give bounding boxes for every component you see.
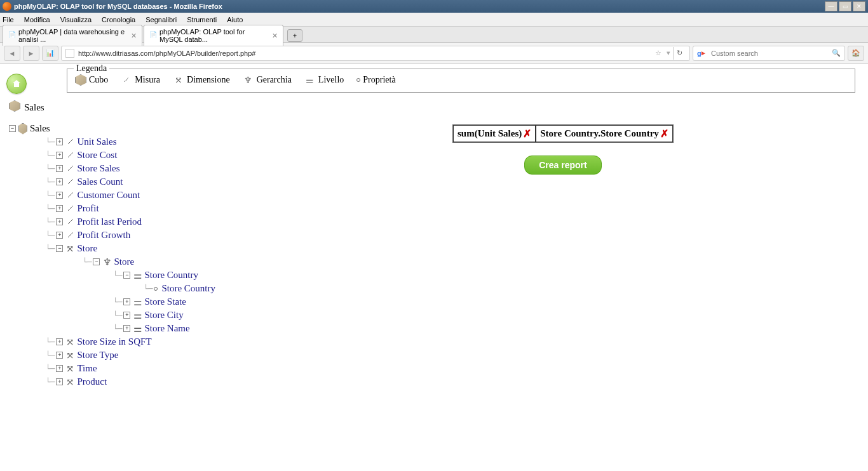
legend-box: Legenda Cubo ⟋Misura ⤧Dimensione ♆Gerarc… <box>67 69 855 93</box>
tab-label: phpMyOLAP: OLAP tool for MySQL datab... <box>159 28 268 43</box>
tree-measure[interactable]: └─+⟋Profit <box>9 202 862 215</box>
cube-name: Sales <box>24 102 44 113</box>
bookmark-star-icon[interactable]: ☆ <box>655 49 661 57</box>
url-bar[interactable]: http://www.ditriasas.com/phpMyOLAP/build… <box>61 46 690 61</box>
tree-measure[interactable]: └─+⟋Profit last Period <box>9 215 862 229</box>
cube-icon <box>18 124 27 133</box>
reload-button[interactable]: ↻ <box>673 47 686 60</box>
expand-icon[interactable]: + <box>123 325 130 332</box>
remove-chip-icon[interactable]: ✗ <box>523 128 531 140</box>
collapse-icon[interactable]: − <box>56 245 63 252</box>
selected-dimension-chip: Store Country.Store Country ✗ <box>536 125 673 142</box>
create-report-button[interactable]: Crea report <box>524 156 601 175</box>
tree-level[interactable]: └─+⚌Store Name <box>9 322 862 335</box>
minimize-button[interactable]: — <box>825 1 837 11</box>
cube-tree: − Sales └─+⟋Unit Sales └─+⟋Store Cost └─… <box>9 122 862 388</box>
property-icon <box>356 78 360 82</box>
expand-icon[interactable]: + <box>56 378 63 385</box>
window-title: phpMyOLAP: OLAP tool for MySQL databases… <box>14 3 825 10</box>
tab-close-icon[interactable]: ✕ <box>131 32 137 40</box>
dimension-icon: ⤧ <box>65 244 74 253</box>
tree-dimension[interactable]: └─+⤧Time <box>9 362 862 375</box>
maximize-button[interactable]: ▭ <box>839 1 851 11</box>
home-round-button[interactable] <box>6 74 27 94</box>
collapse-icon[interactable]: − <box>123 272 130 279</box>
expand-icon[interactable]: + <box>123 312 130 319</box>
menu-file[interactable]: File <box>3 16 14 23</box>
tree-level[interactable]: └─+⚌Store State <box>9 295 862 308</box>
selection-panel: sum(Unit Sales) ✗ Store Country.Store Co… <box>452 124 674 175</box>
tab-1[interactable]: 📄 phpMyOLAP | data warehousing e analisi… <box>3 25 142 46</box>
level-icon: ⚌ <box>133 298 142 307</box>
expand-icon[interactable]: + <box>56 232 63 239</box>
cube-icon <box>9 100 20 114</box>
expand-icon[interactable]: + <box>56 178 63 185</box>
tree-measure[interactable]: └─+⟋Unit Sales <box>9 135 862 149</box>
tree-measure[interactable]: └─+⟋Store Cost <box>9 149 862 162</box>
search-box[interactable]: g▸ 🔍 <box>693 46 845 61</box>
menu-bookmarks[interactable]: Segnalibri <box>146 16 177 23</box>
expand-icon[interactable]: + <box>56 205 63 212</box>
expand-icon[interactable]: + <box>56 138 63 145</box>
legend-dimension: ⤧Dimensione <box>173 74 230 86</box>
measure-icon: ⟋ <box>65 164 74 173</box>
site-favicon <box>65 49 74 58</box>
measure-icon: ⟋ <box>65 231 74 240</box>
dropdown-icon[interactable]: ▾ <box>667 49 670 57</box>
menu-help[interactable]: Aiuto <box>227 16 243 23</box>
tree-level[interactable]: └─−⚌Store Country <box>9 269 862 282</box>
level-icon: ⚌ <box>133 311 142 320</box>
close-button[interactable]: ✕ <box>853 1 865 11</box>
tab-favicon: 📄 <box>149 31 157 40</box>
tree-measure[interactable]: └─+⟋Profit Growth <box>9 229 862 242</box>
level-icon: ⚌ <box>133 271 142 280</box>
expand-icon[interactable]: + <box>56 152 63 159</box>
remove-chip-icon[interactable]: ✗ <box>660 128 668 140</box>
tree-measure[interactable]: └─+⟋Customer Count <box>9 189 862 202</box>
hierarchy-icon: ♆ <box>243 74 254 86</box>
tree-dimension[interactable]: └─+⤧Store Type <box>9 348 862 362</box>
history-button[interactable]: 📊 <box>42 46 58 61</box>
back-button[interactable]: ◄ <box>4 46 20 61</box>
tab-favicon: 📄 <box>8 31 16 40</box>
menu-tools[interactable]: Strumenti <box>187 16 217 23</box>
tree-measure[interactable]: └─+⟋Store Sales <box>9 162 862 175</box>
search-magnifier-icon[interactable]: 🔍 <box>832 49 841 57</box>
measure-icon: ⟋ <box>65 204 74 213</box>
tree-measure[interactable]: └─+⟋Sales Count <box>9 175 862 189</box>
expand-icon[interactable]: + <box>56 338 63 345</box>
collapse-icon[interactable]: − <box>93 258 100 265</box>
tree-dimension-store[interactable]: └─−⤧Store <box>9 242 862 255</box>
forward-button[interactable]: ► <box>23 46 39 61</box>
tab-close-icon[interactable]: ✕ <box>272 32 278 40</box>
expand-icon[interactable]: + <box>56 218 63 225</box>
tree-dimension[interactable]: └─+⤧Store Size in SQFT <box>9 335 862 348</box>
level-icon: ⚌ <box>304 74 316 86</box>
tree-hierarchy-store[interactable]: └─−♆Store <box>9 255 862 269</box>
measure-icon: ⟋ <box>65 151 74 160</box>
tree-property[interactable]: └─Store Country <box>9 282 862 295</box>
search-input[interactable] <box>711 50 832 57</box>
expand-icon[interactable]: + <box>123 298 130 305</box>
menu-edit[interactable]: Modifica <box>24 16 50 23</box>
expand-icon[interactable]: + <box>56 192 63 199</box>
home-icon <box>11 79 22 89</box>
tree-level[interactable]: └─+⚌Store City <box>9 308 862 322</box>
url-text: http://www.ditriasas.com/phpMyOLAP/build… <box>78 50 653 57</box>
property-icon <box>154 287 158 291</box>
expand-icon[interactable]: + <box>56 365 63 372</box>
collapse-icon[interactable]: − <box>9 125 16 132</box>
tab-strip: 📄 phpMyOLAP | data warehousing e analisi… <box>0 27 868 43</box>
menu-history[interactable]: Cronologia <box>102 16 135 23</box>
expand-icon[interactable]: + <box>56 165 63 172</box>
tree-dimension[interactable]: └─+⤧Product <box>9 375 862 388</box>
menu-view[interactable]: Visualizza <box>60 16 92 23</box>
expand-icon[interactable]: + <box>56 352 63 359</box>
new-tab-button[interactable]: + <box>287 29 302 42</box>
measure-icon: ⟋ <box>65 218 74 227</box>
legend-level: ⚌Livello <box>304 74 344 86</box>
home-button[interactable]: 🏠 <box>848 46 864 61</box>
tab-2[interactable]: 📄 phpMyOLAP: OLAP tool for MySQL datab..… <box>144 25 283 46</box>
tree-root[interactable]: − Sales <box>9 122 862 135</box>
measure-icon: ⟋ <box>121 74 132 86</box>
